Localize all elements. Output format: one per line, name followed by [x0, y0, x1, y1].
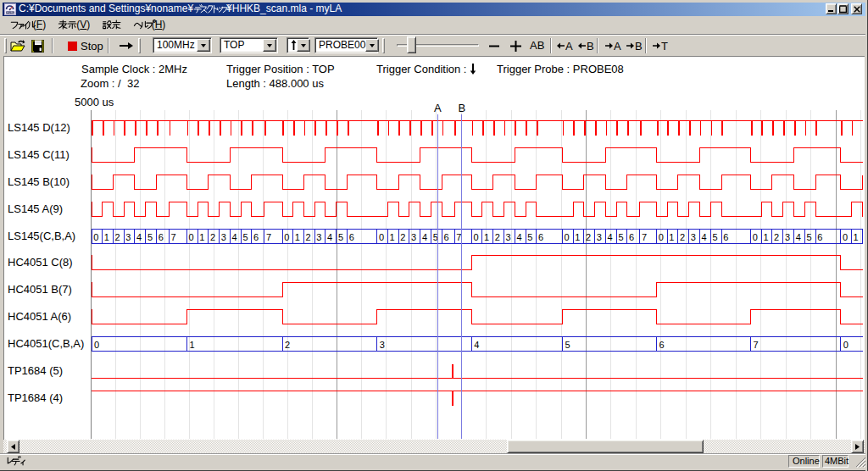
jp-glyph	[67, 19, 76, 30]
menu-view[interactable]: (V)	[52, 18, 96, 32]
set-cursor-a-button-label: A	[614, 40, 621, 53]
status-online: Online	[788, 455, 820, 468]
save-button[interactable]	[28, 37, 47, 54]
goto-cursor-b-button-label: B	[587, 40, 594, 53]
arrow-left-icon	[557, 42, 565, 49]
status-ready	[5, 455, 22, 467]
maximize-button[interactable]	[837, 3, 849, 14]
stop-label: Stop	[81, 40, 103, 53]
jp-glyph	[9, 19, 15, 30]
menu-bar: (F)(V)(H)	[3, 16, 865, 34]
channel-label[interactable]: LS145 C(11)	[8, 148, 70, 161]
scroll-right-button[interactable]	[851, 440, 864, 453]
zoom-out-button[interactable]	[486, 37, 503, 54]
app-icon	[4, 3, 16, 15]
channel-label[interactable]: LS145 A(9)	[8, 202, 63, 215]
goto-cursor-a-button-label: A	[565, 40, 573, 53]
up-arrow-icon	[291, 40, 297, 50]
zoom-ab-button[interactable]: AB	[530, 39, 544, 52]
down-arrow-icon	[470, 64, 476, 75]
jp-glyph	[11, 456, 17, 466]
run-button[interactable]	[117, 37, 136, 54]
goto-cursor-a-button[interactable]: A	[557, 39, 573, 53]
dropdown-arrow-icon	[301, 44, 306, 47]
floppy-disk-icon	[31, 39, 45, 53]
combo-clock[interactable]: 100MHz	[153, 37, 212, 53]
channel-label[interactable]: HC4051 C(8)	[8, 256, 73, 269]
jp-glyph	[111, 19, 120, 30]
combo-trigger-position[interactable]: TOP	[220, 37, 278, 53]
status-online-label: Online	[793, 456, 820, 466]
toolbar-separator	[645, 38, 647, 53]
close-icon	[854, 6, 860, 13]
dropdown-arrow-icon	[201, 44, 206, 47]
channel-label[interactable]: LS145 D(12)	[8, 121, 70, 134]
arrow-right-icon	[605, 42, 613, 49]
combo-trigger-probe-dropdown[interactable]	[365, 39, 379, 52]
set-cursor-b-button[interactable]: B	[626, 39, 643, 53]
open-file-button[interactable]	[8, 37, 27, 54]
set-cursor-a-button[interactable]: A	[605, 39, 621, 53]
zoom-slider-thumb[interactable]	[407, 36, 416, 53]
info-trigger-condition: Trigger Condition :	[376, 63, 476, 75]
arrow-left-icon	[578, 42, 586, 49]
toolbar-gripper[interactable]	[4, 38, 7, 53]
jp-glyph	[102, 19, 111, 30]
menu-file[interactable]: (F)	[3, 18, 52, 32]
channel-label[interactable]: LS145(C,B,A)	[8, 230, 75, 242]
timebase-label: 5000 us	[75, 96, 114, 108]
channel-label[interactable]: HC4051 A(6)	[8, 310, 71, 323]
scroll-left-button[interactable]	[7, 440, 19, 453]
info-trigger-position: Trigger Position : TOP	[226, 63, 335, 75]
jp-glyph	[5, 456, 11, 466]
status-bar: Online 4MBit	[0, 453, 868, 468]
close-button[interactable]	[851, 3, 862, 14]
toolbar-gripper[interactable]	[382, 38, 385, 53]
combo-trigger-edge[interactable]	[287, 37, 309, 53]
scrollbar-thumb[interactable]	[507, 440, 704, 453]
goto-trigger-button-label: T	[661, 40, 668, 53]
combo-trigger-probe[interactable]: PROBE00	[314, 37, 378, 53]
info-sample-clock: Sample Clock : 2MHz	[81, 63, 187, 75]
goto-cursor-b-button[interactable]: B	[578, 39, 594, 53]
combo-trigger-edge-dropdown[interactable]	[297, 39, 310, 52]
run-arrow-icon	[119, 42, 134, 50]
maximize-icon	[839, 5, 847, 13]
combo-clock-dropdown[interactable]	[197, 39, 210, 52]
channel-label[interactable]: HC4051(C,B,A)	[8, 337, 84, 350]
minimize-icon	[828, 5, 835, 13]
minimize-button[interactable]	[826, 3, 837, 14]
set-cursor-b-button-label: B	[635, 40, 643, 53]
scroll-right-icon	[855, 444, 860, 450]
minus-icon	[489, 45, 499, 47]
zoom-in-button[interactable]	[507, 37, 524, 54]
open-folder-icon	[10, 39, 26, 53]
jp-glyph	[133, 19, 139, 30]
channel-label[interactable]: TP1684 (4)	[8, 391, 63, 404]
menu-settings[interactable]	[96, 18, 126, 32]
toolbar-gripper[interactable]	[138, 38, 141, 53]
scroll-left-icon	[11, 444, 15, 450]
jp-glyph	[199, 4, 205, 14]
combo-clock-value: 100MHz	[153, 39, 197, 51]
combo-trigger-probe-value: PROBE00	[315, 39, 365, 51]
app-window: C:¥Documents and Settings¥noname¥¥HHKB_s…	[0, 0, 868, 471]
jp-glyph	[26, 19, 32, 30]
arrow-right-icon	[653, 42, 660, 49]
jp-glyph	[145, 19, 151, 30]
dropdown-arrow-icon	[370, 44, 375, 47]
title-bar[interactable]: C:¥Documents and Settings¥noname¥¥HHKB_s…	[3, 3, 865, 16]
plus-icon	[510, 41, 521, 52]
menu-help[interactable]: (H)	[127, 18, 172, 32]
channel-label[interactable]: HC4051 B(7)	[8, 283, 72, 296]
arrow-right-icon	[626, 42, 634, 49]
channel-label[interactable]: LS145 B(10)	[8, 175, 70, 188]
combo-trigger-position-dropdown[interactable]	[263, 39, 276, 52]
stop-button[interactable]: Stop	[68, 38, 103, 53]
jp-glyph	[220, 4, 226, 14]
info-length: Length : 488.000 us	[226, 77, 324, 90]
horizontal-scrollbar[interactable]	[3, 440, 865, 453]
goto-trigger-button[interactable]: T	[653, 39, 668, 53]
channel-label[interactable]: TP1684 (5)	[8, 364, 63, 377]
toolbar-separator	[597, 38, 598, 53]
